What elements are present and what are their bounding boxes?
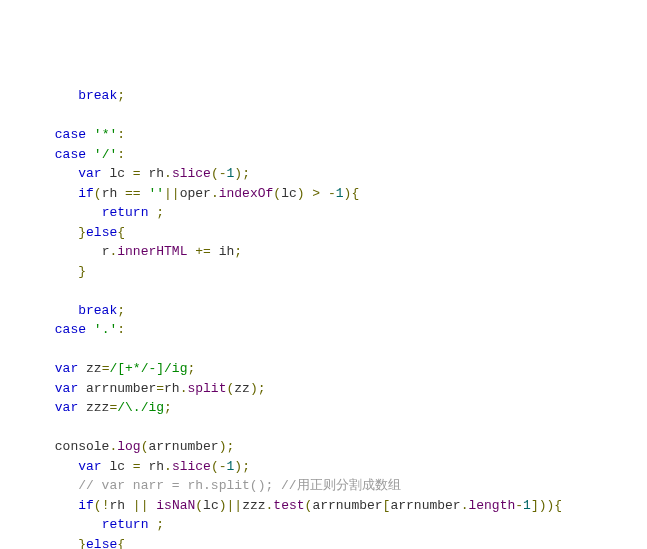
code-line: }else{ [8, 537, 125, 550]
code-block: break; case '*': case '/': var lc = rh.s… [0, 78, 647, 549]
code-line: console.log(arrnumber); [8, 439, 234, 454]
code-line: var lc = rh.slice(-1); [8, 459, 250, 474]
code-line: var zz=/[+*/-]/ig; [8, 361, 195, 376]
code-line: if(!rh || isNaN(lc)||zzz.test(arrnumber[… [8, 498, 562, 513]
code-line: case '.': [8, 322, 125, 337]
code-line: }else{ [8, 225, 125, 240]
code-line: } [8, 264, 86, 279]
code-line: break; [8, 88, 125, 103]
code-line: if(rh == ''||oper.indexOf(lc) > -1){ [8, 186, 359, 201]
code-line: // var narr = rh.split(); //用正则分割成数组 [8, 478, 401, 493]
code-line: var zzz=/\./ig; [8, 400, 172, 415]
code-line: break; [8, 303, 125, 318]
code-line: case '/': [8, 147, 125, 162]
code-line: var arrnumber=rh.split(zz); [8, 381, 266, 396]
code-line: case '*': [8, 127, 125, 142]
code-line: var lc = rh.slice(-1); [8, 166, 250, 181]
code-line: r.innerHTML += ih; [8, 244, 242, 259]
code-line: return ; [8, 517, 164, 532]
code-line: return ; [8, 205, 164, 220]
